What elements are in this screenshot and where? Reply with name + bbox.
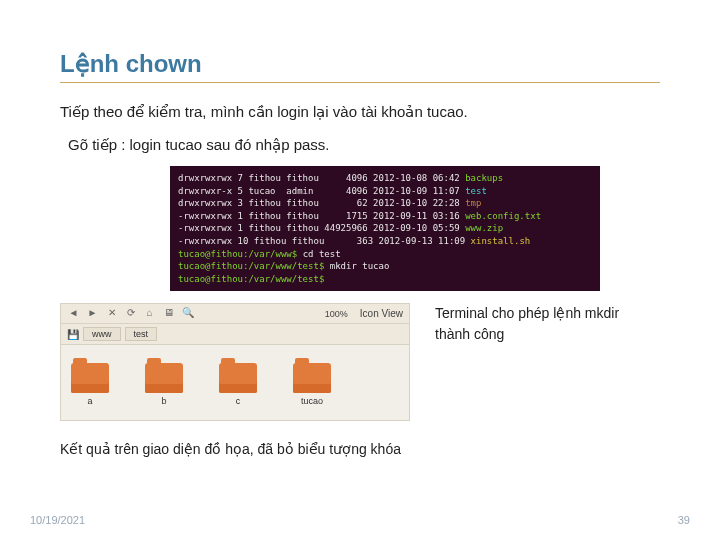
terminal-line: drwxrwxrwx 3 fithou fithou 62 2012-10-10… xyxy=(178,197,592,210)
reload-icon[interactable]: ⟳ xyxy=(124,307,137,320)
slide: Lệnh chown Tiếp theo để kiểm tra, mình c… xyxy=(0,0,720,540)
crumb-www[interactable]: www xyxy=(83,327,121,341)
terminal-prompt-line: tucao@fithou:/var/www/test$ mkdir tucao xyxy=(178,260,592,273)
search-icon[interactable]: 🔍 xyxy=(181,307,194,320)
folder-item[interactable]: b xyxy=(145,363,183,406)
drive-icon[interactable]: 💾 xyxy=(67,329,79,340)
slide-title: Lệnh chown xyxy=(60,50,660,83)
conclusion: Kết quả trên giao diện đồ họa, đã bỏ biể… xyxy=(60,441,660,457)
terminal-line: -rwxrwxrwx 1 fithou fithou 1715 2012-09-… xyxy=(178,210,592,223)
folder-item[interactable]: c xyxy=(219,363,257,406)
zoom-level[interactable]: 100% xyxy=(325,309,348,319)
back-icon[interactable]: ◄ xyxy=(67,307,80,320)
folder-item[interactable]: a xyxy=(71,363,109,406)
terminal-output: drwxrwxrwx 7 fithou fithou 4096 2012-10-… xyxy=(170,166,600,291)
terminal-prompt-line: tucao@fithou:/var/www$ cd test xyxy=(178,248,592,261)
home-icon[interactable]: ⌂ xyxy=(143,307,156,320)
computer-icon[interactable]: 🖥 xyxy=(162,307,175,320)
paragraph-2: Gõ tiếp : login tucao sau đó nhập pass. xyxy=(68,134,660,157)
folder-label: tucao xyxy=(301,396,323,406)
fm-toolbar: ◄ ► ✕ ⟳ ⌂ 🖥 🔍 100% Icon View xyxy=(61,304,409,324)
paragraph-1: Tiếp theo để kiểm tra, mình cần login lạ… xyxy=(60,101,660,124)
forward-icon[interactable]: ► xyxy=(86,307,99,320)
footer-page: 39 xyxy=(678,514,690,526)
stop-icon[interactable]: ✕ xyxy=(105,307,118,320)
file-manager: ◄ ► ✕ ⟳ ⌂ 🖥 🔍 100% Icon View 💾 www test … xyxy=(60,303,410,421)
folder-label: a xyxy=(87,396,92,406)
terminal-line: -rwxrwxrwx 1 fithou fithou 44925966 2012… xyxy=(178,222,592,235)
folder-icon xyxy=(71,363,109,393)
terminal-line: drwxrwxrwx 7 fithou fithou 4096 2012-10-… xyxy=(178,172,592,185)
folder-icon xyxy=(293,363,331,393)
crumb-test[interactable]: test xyxy=(125,327,158,341)
folder-label: c xyxy=(236,396,241,406)
terminal-prompt-line: tucao@fithou:/var/www/test$ xyxy=(178,273,592,286)
footer: 10/19/2021 39 xyxy=(30,514,690,526)
terminal-line: -rwxrwxrwx 10 fithou fithou 363 2012-09-… xyxy=(178,235,592,248)
folder-icon xyxy=(145,363,183,393)
terminal-line: drwxrwxr-x 5 tucao admin 4096 2012-10-09… xyxy=(178,185,592,198)
footer-date: 10/19/2021 xyxy=(30,514,85,526)
fm-icon-area: abctucao xyxy=(61,345,409,420)
row-filemanager: ◄ ► ✕ ⟳ ⌂ 🖥 🔍 100% Icon View 💾 www test … xyxy=(60,303,660,421)
folder-item[interactable]: tucao xyxy=(293,363,331,406)
folder-icon xyxy=(219,363,257,393)
view-mode[interactable]: Icon View xyxy=(360,308,403,319)
fm-breadcrumb: 💾 www test xyxy=(61,324,409,345)
terminal-caption: Terminal cho phép lệnh mkdir thành công xyxy=(435,303,625,345)
folder-label: b xyxy=(161,396,166,406)
